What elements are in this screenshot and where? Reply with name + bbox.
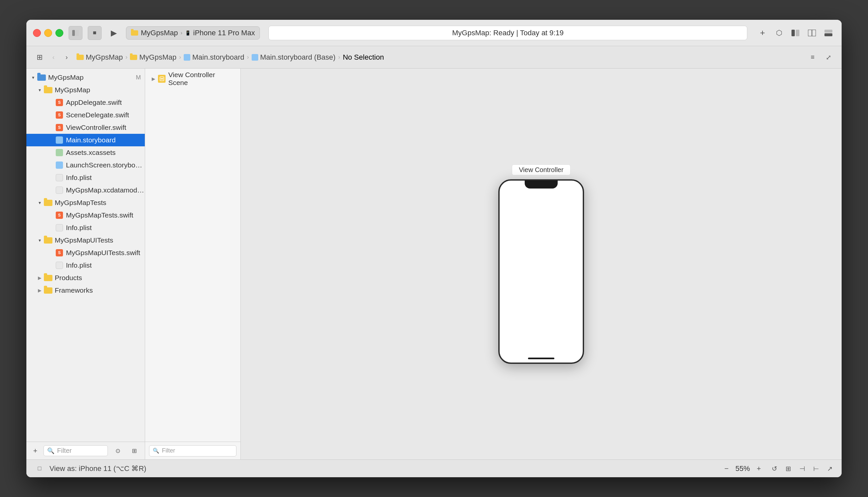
lines-view-btn[interactable]: ≡ [806, 51, 819, 64]
tree-item-uitests[interactable]: ▾ MyGpsMapUITests [26, 234, 145, 246]
back-btn[interactable]: ‹ [47, 52, 59, 63]
align-right-btn[interactable]: ⊢ [811, 464, 821, 474]
outline-filter[interactable]: 🔍 Filter [149, 445, 236, 456]
maximize-button[interactable] [55, 29, 63, 37]
stop-button[interactable]: ■ [88, 26, 101, 40]
breadcrumb-folder-icon-0 [76, 55, 84, 60]
add-button[interactable]: + [756, 26, 769, 40]
svg-rect-3 [796, 30, 799, 36]
tree-item-assets[interactable]: Assets.xcassets [26, 146, 145, 159]
scheme-name: MyGpsMap [141, 29, 178, 37]
breadcrumb-item-1[interactable]: MyGpsMap [130, 53, 176, 62]
swift-icon-appdelegate: S [56, 99, 63, 106]
plist-icon-3 [56, 262, 63, 269]
breadcrumb-storyboard-icon-2 [184, 54, 190, 61]
layout-btn-1[interactable] [789, 26, 802, 40]
zoom-out-btn[interactable]: − [722, 464, 731, 473]
align-left-btn[interactable]: ⊣ [797, 464, 807, 474]
breadcrumb-item-2[interactable]: Main.storyboard [184, 53, 244, 62]
zoom-in-btn[interactable]: + [754, 464, 764, 473]
tree-item-infoplist3[interactable]: Info.plist [26, 259, 145, 272]
tree-item-frameworks[interactable]: ▶ Frameworks [26, 284, 145, 297]
tree-label-testswift: MyGpsMapTests.swift [66, 211, 133, 219]
grid-view-btn[interactable]: ⊞ [33, 51, 46, 64]
breadcrumb-item-4[interactable]: No Selection [342, 53, 384, 62]
tree-item-infoplist1[interactable]: Info.plist [26, 171, 145, 184]
infoplist2-icon [55, 223, 64, 232]
tree-item-mygpsmap[interactable]: ▾ MyGpsMap [26, 84, 145, 96]
layout-fit-btn[interactable]: ⊞ [783, 464, 794, 474]
tree-label-viewcontroller: ViewController.swift [66, 124, 126, 131]
titlebar: ■ ▶ MyGpsMap › 📱 iPhone 11 Pro Max MyGps… [26, 20, 842, 46]
swift-icon-test: S [56, 212, 63, 219]
view-device-btn[interactable]: □ [33, 462, 46, 475]
scenedelegate-icon: S [55, 110, 64, 119]
tree-label-appdelegate: AppDelegate.swift [66, 99, 122, 106]
breadcrumb-item-0[interactable]: MyGpsMap [76, 53, 123, 62]
disclosure-root: ▾ [29, 73, 37, 81]
tree-item-testswift[interactable]: S MyGpsMapTests.swift [26, 209, 145, 222]
tree-label-mainstoryboard: Main.storyboard [66, 136, 116, 144]
outline-item-vc-scene[interactable]: ▶ View Controller Scene [149, 72, 236, 85]
tree-item-mainstoryboard[interactable]: Main.storyboard [26, 134, 145, 146]
tree-item-uitestswift[interactable]: S MyGpsMapUITests.swift [26, 246, 145, 259]
tree-item-scenedelegate[interactable]: S SceneDelegate.swift [26, 109, 145, 121]
layout-btn-2[interactable] [805, 26, 818, 40]
secondary-toolbar: ⊞ ‹ › MyGpsMap › MyGpsMap › Main.storybo… [26, 46, 842, 69]
frameworks-icon [43, 286, 53, 295]
tree-label-uitests: MyGpsMapUITests [55, 236, 113, 244]
tree-item-products[interactable]: ▶ Products [26, 272, 145, 284]
disclosure-tests: ▾ [36, 199, 43, 207]
canvas-area: → View Controller [241, 69, 842, 459]
tree-item-root[interactable]: ▾ MyGpsMap M [26, 71, 145, 84]
breadcrumb-sep-3: › [338, 54, 340, 61]
folder-icon-tests [44, 200, 53, 206]
tree-item-tests[interactable]: ▾ MyGpsMapTests [26, 196, 145, 209]
expand-btn[interactable]: ⤢ [822, 51, 835, 64]
filter-options-btn[interactable]: ⊙ [111, 444, 124, 457]
tree-item-launchscreen[interactable]: LaunchScreen.storyboard [26, 159, 145, 171]
folder-icon-products [44, 275, 53, 281]
swift-icon-viewcontroller: S [56, 124, 63, 131]
tree-item-xcdata[interactable]: MyGpsMap.xcdatamodeld [26, 184, 145, 196]
outline-filter-placeholder: Filter [162, 447, 175, 454]
close-button[interactable] [33, 29, 41, 37]
file-navigator: ▾ MyGpsMap M ▾ MyGpsMap [26, 69, 145, 459]
tree-label-infoplist3: Info.plist [66, 261, 92, 269]
disclosure-uitestswift [47, 249, 55, 257]
breadcrumb-label-3: Main.storyboard (Base) [260, 53, 336, 62]
root-folder-icon [37, 74, 46, 81]
breadcrumb-label-1: MyGpsMap [139, 53, 176, 62]
breadcrumb-label-4: No Selection [342, 53, 384, 62]
layout-btn-3[interactable] [822, 26, 835, 40]
filter-toggle-btn[interactable]: ⊞ [128, 444, 141, 457]
forward-btn[interactable]: › [61, 52, 72, 63]
plist-icon-2 [56, 224, 63, 231]
minimize-button[interactable] [44, 29, 52, 37]
disclosure-launchscreen [47, 161, 55, 169]
tree-label-frameworks: Frameworks [55, 286, 93, 294]
refresh-btn[interactable]: ↺ [769, 464, 780, 474]
disclosure-testswift [47, 211, 55, 219]
scene-icon-vc [158, 75, 166, 83]
tree-item-appdelegate[interactable]: S AppDelegate.swift [26, 96, 145, 109]
play-button[interactable]: ▶ [107, 26, 121, 40]
breadcrumb-label-2: Main.storyboard [192, 53, 244, 62]
export-btn[interactable]: ↗ [825, 464, 835, 474]
folder-icon-frameworks [44, 287, 53, 294]
tree-label-uitestswift: MyGpsMapUITests.swift [66, 249, 140, 257]
swift-icon-scenedelegate: S [56, 111, 63, 119]
disclosure-uitests: ▾ [36, 236, 43, 244]
navigate-back-btn[interactable]: ⬡ [772, 26, 786, 40]
svg-rect-2 [792, 30, 795, 36]
sidebar-filter[interactable]: 🔍 Filter [43, 445, 108, 456]
bottom-left: □ View as: iPhone 11 (⌥C ⌘R) [33, 462, 146, 475]
breadcrumb-item-3[interactable]: Main.storyboard (Base) [252, 53, 336, 62]
navigator-toggle[interactable] [69, 26, 82, 40]
add-file-btn[interactable]: + [30, 446, 40, 456]
tree-item-infoplist2[interactable]: Info.plist [26, 222, 145, 234]
disclosure-infoplist2 [47, 224, 55, 232]
scheme-selector[interactable]: MyGpsMap › 📱 iPhone 11 Pro Max [126, 26, 260, 40]
disclosure-appdelegate [47, 99, 55, 106]
tree-item-viewcontroller[interactable]: S ViewController.swift [26, 121, 145, 134]
